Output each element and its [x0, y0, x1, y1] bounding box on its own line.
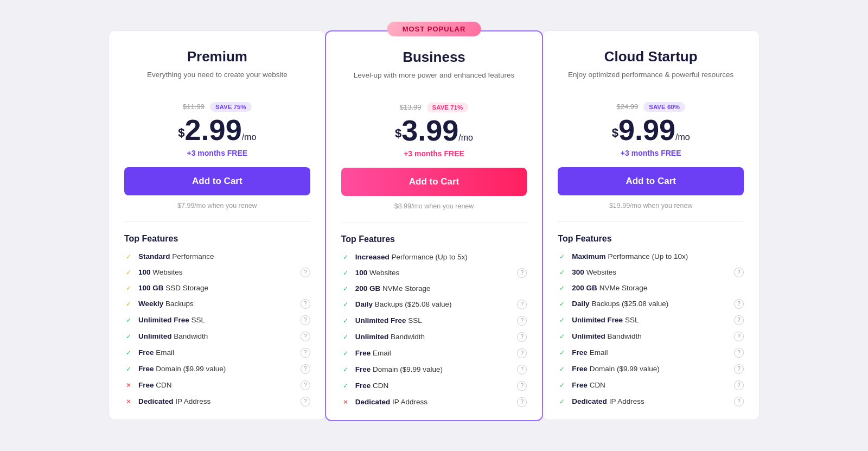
feature-bold: 300 — [572, 268, 584, 276]
feature-bold: Daily — [355, 300, 373, 308]
feature-text: Weekly Backups — [138, 300, 194, 308]
feature-left: ✓ Free Domain ($9.99 value) — [124, 365, 226, 373]
price-row: $13.99 SAVE 71% — [341, 103, 527, 112]
feature-item: ✓ Daily Backups ($25.08 value) ? — [558, 299, 744, 309]
feature-left: ✓ Daily Backups ($25.08 value) — [341, 300, 452, 309]
info-icon[interactable]: ? — [517, 316, 527, 326]
add-to-cart-button[interactable]: Add to Cart — [558, 167, 744, 195]
feature-left: ✓ Daily Backups ($25.08 value) — [558, 300, 668, 308]
divider — [558, 221, 744, 222]
check-icon: ✓ — [124, 300, 133, 308]
feature-bold: 100 — [138, 268, 151, 276]
feature-item: ✓ Unlimited Free SSL ? — [124, 315, 310, 325]
feature-text: 100 GB SSD Storage — [138, 284, 208, 292]
feature-bold: Increased — [355, 253, 390, 261]
price-row: $24.99 SAVE 60% — [558, 102, 744, 112]
info-icon[interactable]: ? — [517, 300, 527, 309]
feature-item: ✓ Unlimited Bandwidth ? — [341, 332, 527, 342]
check-icon: ✓ — [124, 348, 133, 357]
info-icon[interactable]: ? — [301, 315, 310, 325]
feature-text: Unlimited Free SSL — [355, 316, 422, 325]
check-icon: ✓ — [558, 332, 566, 341]
check-icon: ✓ — [558, 316, 566, 325]
feature-text: Free Email — [138, 348, 174, 357]
feature-item: ✓ Standard Performance — [124, 252, 310, 261]
feature-text: Free CDN — [572, 381, 605, 389]
feature-left: ✓ Unlimited Bandwidth — [124, 332, 208, 341]
feature-text: Standard Performance — [138, 252, 214, 261]
info-icon[interactable]: ? — [301, 348, 310, 358]
feature-item: ✕ Free CDN ? — [124, 380, 310, 390]
plan-card-premium: PremiumEverything you need to create you… — [108, 30, 326, 420]
info-icon[interactable]: ? — [734, 397, 744, 406]
free-months: +3 months FREE — [558, 149, 744, 157]
feature-text: Free Domain ($9.99 value) — [355, 365, 443, 373]
feature-text: Free Email — [572, 348, 608, 357]
feature-bold: Dedicated — [355, 398, 391, 406]
check-icon: ✓ — [341, 300, 350, 309]
check-icon: ✓ — [341, 349, 350, 358]
info-icon[interactable]: ? — [517, 397, 527, 407]
feature-item: ✓ 100 GB SSD Storage — [124, 284, 310, 293]
info-icon[interactable]: ? — [517, 332, 527, 342]
info-icon[interactable]: ? — [734, 380, 744, 390]
info-icon[interactable]: ? — [301, 299, 310, 309]
price-display: $9.99/mo — [558, 115, 744, 144]
plan-desc: Everything you need to create your websi… — [124, 69, 310, 91]
feature-left: ✕ Dedicated IP Address — [124, 397, 210, 406]
info-icon[interactable]: ? — [301, 268, 310, 277]
info-icon[interactable]: ? — [301, 397, 310, 406]
feature-left: ✓ Dedicated IP Address — [558, 397, 644, 406]
info-icon[interactable]: ? — [734, 348, 744, 358]
feature-list: ✓ Standard Performance ✓ 100 Websites ? … — [124, 252, 310, 406]
info-icon[interactable]: ? — [301, 364, 310, 374]
info-icon[interactable]: ? — [301, 332, 310, 341]
info-icon[interactable]: ? — [734, 268, 744, 277]
feature-item: ✕ Dedicated IP Address ? — [341, 397, 527, 407]
check-icon: ✓ — [124, 284, 133, 293]
free-months: +3 months FREE — [124, 149, 310, 157]
add-to-cart-button[interactable]: Add to Cart — [124, 167, 310, 195]
add-to-cart-button[interactable]: Add to Cart — [341, 168, 527, 196]
feature-item: ✓ Free Email ? — [558, 348, 744, 358]
plan-name: Business — [341, 49, 527, 66]
feature-bold: Unlimited — [138, 332, 172, 340]
feature-text: Maximum Performance (Up to 10x) — [572, 252, 688, 261]
info-icon[interactable]: ? — [734, 315, 744, 325]
save-badge: SAVE 60% — [643, 102, 685, 112]
feature-bold: 200 GB — [572, 284, 597, 292]
feature-item: ✓ Unlimited Free SSL ? — [558, 315, 744, 325]
feature-text: Free CDN — [138, 381, 172, 389]
feature-text: Free CDN — [355, 382, 389, 390]
feature-text: 100 Websites — [355, 269, 400, 277]
info-icon[interactable]: ? — [301, 380, 310, 390]
info-icon[interactable]: ? — [517, 365, 527, 374]
feature-left: ✓ Weekly Backups — [124, 300, 194, 308]
divider — [124, 221, 310, 222]
check-icon: ✓ — [124, 332, 133, 341]
info-icon[interactable]: ? — [734, 299, 744, 309]
feature-text: Free Domain ($9.99 value) — [138, 365, 226, 373]
feature-text: Increased Performance (Up to 5x) — [355, 253, 468, 261]
feature-item: ✓ Free CDN ? — [341, 381, 527, 391]
feature-bold: Free — [138, 381, 154, 389]
feature-bold: Daily — [572, 300, 589, 308]
info-icon[interactable]: ? — [517, 348, 527, 358]
features-title: Top Features — [341, 234, 527, 244]
price-period: /mo — [675, 132, 690, 142]
feature-text: Unlimited Bandwidth — [572, 332, 641, 340]
feature-left: ✓ Free Email — [558, 348, 608, 357]
info-icon[interactable]: ? — [517, 268, 527, 278]
feature-bold: Maximum — [572, 252, 605, 261]
feature-left: ✓ 300 Websites — [558, 268, 616, 277]
price-period: /mo — [242, 132, 257, 142]
plan-desc: Level-up with more power and enhanced fe… — [341, 70, 527, 92]
feature-text: Free Domain ($9.99 value) — [572, 365, 659, 373]
info-icon[interactable]: ? — [517, 381, 527, 391]
info-icon[interactable]: ? — [734, 364, 744, 374]
price-amount: 3.99 — [401, 114, 458, 147]
feature-bold: Free — [138, 348, 154, 357]
info-icon[interactable]: ? — [734, 332, 744, 341]
check-icon: ✓ — [558, 284, 566, 293]
price-amount: 9.99 — [618, 113, 675, 146]
